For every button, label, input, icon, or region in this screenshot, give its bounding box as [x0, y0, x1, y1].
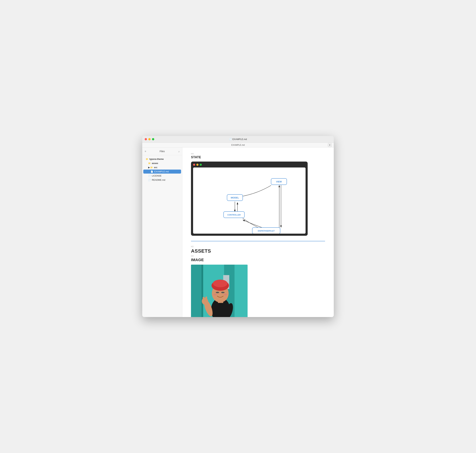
svg-text:MODEL: MODEL — [231, 196, 239, 199]
svg-rect-16 — [201, 265, 203, 317]
svg-point-29 — [202, 298, 208, 305]
diagram-frame: VIEW MODEL CONTROLLER DISPATHSERVLET — [191, 162, 308, 236]
svg-text:DISPATHSERVLET: DISPATHSERVLET — [258, 230, 275, 232]
close-button[interactable] — [145, 138, 147, 140]
file-icon: 📄 — [151, 170, 153, 173]
sidebar-item-example-md[interactable]: 📄 EXAMPLE.md — [143, 170, 181, 174]
svg-text:VIEW: VIEW — [276, 180, 282, 183]
file-tree: 📁 typora-theme 📁 asses ▶ 📁 src 📄 EXAMPLE… — [142, 155, 182, 317]
file-icon: 📄 — [148, 175, 151, 177]
hamburger-icon[interactable]: ≡ — [145, 150, 146, 153]
main-content: H4 STATE — [182, 148, 334, 317]
traffic-lights — [145, 138, 154, 140]
file-icon: 📄 — [148, 179, 151, 181]
assets-heading: ASSETS — [191, 248, 325, 254]
anime-character-svg — [191, 265, 248, 317]
svg-rect-15 — [191, 265, 201, 317]
image-asset — [191, 265, 248, 317]
sidebar-item-readme[interactable]: 📄 README.md — [143, 178, 181, 182]
diagram-svg: VIEW MODEL CONTROLLER DISPATHSERVLET — [193, 168, 305, 234]
new-tab-button[interactable]: + — [328, 143, 332, 147]
sidebar-item-typora-theme[interactable]: 📁 typora-theme — [143, 157, 181, 161]
file-icon: 📄 — [229, 138, 232, 140]
title-bar: 📄 EXAMPLE.md — [142, 136, 334, 142]
folder-collapsed-icon: ▶ 📁 — [148, 166, 153, 169]
sidebar-header: ≡ Files ⌕ — [142, 148, 182, 155]
diagram-maximize-dot — [200, 164, 202, 166]
svg-point-25 — [221, 292, 225, 293]
sidebar-item-asses[interactable]: 📁 asses — [143, 161, 181, 165]
svg-text:CONTROLLER: CONTROLLER — [227, 214, 241, 216]
image-heading-label: H3 — [191, 255, 325, 257]
state-heading-label: H4 — [191, 153, 325, 155]
image-heading: IMAGE — [191, 258, 325, 262]
files-label: Files — [148, 150, 177, 153]
maximize-button[interactable] — [152, 138, 154, 140]
sidebar: ≡ Files ⌕ 📁 typora-theme 📁 asses ▶ 📁 — [142, 148, 182, 317]
folder-icon: 📁 — [146, 158, 148, 160]
app-window: 📄 EXAMPLE.md EXAMPLE.md + ≡ Files ⌕ 📁 ty… — [142, 136, 334, 317]
search-icon[interactable]: ⌕ — [178, 150, 180, 153]
svg-point-27 — [224, 294, 227, 296]
svg-point-23 — [213, 280, 227, 287]
minimize-button[interactable] — [148, 138, 151, 140]
window-title: 📄 EXAMPLE.md — [229, 138, 247, 141]
subtitle-bar: EXAMPLE.md + — [142, 142, 334, 148]
diagram-close-dot — [193, 164, 195, 166]
state-heading: STATE — [191, 156, 325, 159]
assets-heading-label: H2 — [191, 246, 325, 248]
diagram-canvas: VIEW MODEL CONTROLLER DISPATHSERVLET — [193, 168, 305, 234]
diagram-minimize-dot — [196, 164, 199, 166]
diagram-traffic-lights — [193, 164, 305, 166]
section-divider — [191, 241, 325, 241]
sidebar-item-src[interactable]: ▶ 📁 src — [143, 165, 181, 170]
folder-icon: 📁 — [148, 162, 151, 164]
subtitle-text: EXAMPLE.md — [231, 144, 245, 146]
svg-point-26 — [213, 294, 217, 296]
app-body: ≡ Files ⌕ 📁 typora-theme 📁 asses ▶ 📁 — [142, 148, 334, 317]
svg-point-24 — [216, 292, 219, 293]
sidebar-item-license[interactable]: 📄 LICENSE — [143, 174, 181, 178]
